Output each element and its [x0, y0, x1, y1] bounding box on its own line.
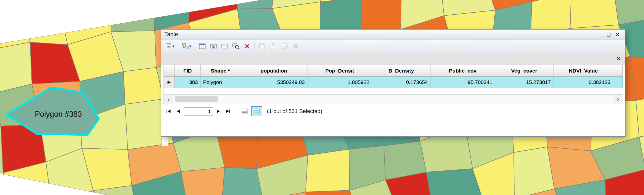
next-record-button[interactable] [214, 107, 223, 115]
map-polygon[interactable] [52, 0, 111, 6]
related-tables-button[interactable]: ▾ [181, 41, 192, 51]
column-header-population[interactable]: population [240, 65, 308, 76]
last-record-icon [226, 108, 231, 114]
window-title: Table [164, 31, 604, 38]
table-empty-area [164, 88, 622, 94]
column-header-shape[interactable]: Shape * [200, 65, 240, 76]
show-selected-records-button[interactable] [251, 106, 262, 116]
previous-record-icon [176, 108, 181, 114]
cell-veg-cover[interactable]: 15.273817 [495, 76, 554, 88]
cell-shape[interactable]: Polygon [200, 76, 240, 88]
show-all-records-icon [241, 108, 248, 115]
table-tab[interactable] [162, 136, 168, 146]
clear-selection-button[interactable] [220, 41, 230, 51]
previous-record-button[interactable] [174, 107, 182, 115]
horizontal-scrollbar[interactable]: ‹ › [164, 94, 622, 104]
close-table-button[interactable]: ✕ [616, 56, 621, 62]
titlebar[interactable]: Table □ ✕ [161, 30, 625, 40]
copy-selected-button[interactable] [257, 41, 267, 51]
cell-pop-densit[interactable]: 1.805922 [308, 76, 372, 88]
current-record-pointer-icon: ▶ [168, 80, 171, 85]
table-toolbar: ▾ ▾ [161, 40, 625, 53]
cell-public-cov[interactable]: 95.700241 [430, 76, 495, 88]
column-header-ndvi-value[interactable]: NDVI_Value [554, 65, 613, 76]
row-selector-cell[interactable]: ▶ [164, 76, 175, 88]
field-calculator-button[interactable] [280, 41, 290, 51]
field-calculator-icon [281, 42, 288, 50]
scroll-left-button[interactable]: ‹ [164, 95, 173, 104]
selection-status-text: (1 out of 531 Selected) [267, 108, 322, 114]
cell-population[interactable]: 5350249.03 [240, 76, 308, 88]
first-record-button[interactable] [164, 107, 173, 115]
attribute-table: FID Shape * population Pop_Densit B_Dens… [164, 65, 623, 104]
next-record-icon [216, 108, 221, 114]
table-options-button[interactable]: ▾ [164, 41, 176, 51]
cell-overflow [613, 76, 622, 88]
cell-fid[interactable]: 383 [175, 76, 200, 88]
zoom-to-selected-icon [232, 42, 240, 50]
column-header-fid[interactable]: FID [175, 65, 200, 76]
delete-records-icon [292, 42, 300, 50]
restore-button[interactable]: □ [604, 30, 613, 38]
map-polygon[interactable] [120, 66, 164, 106]
table-options-icon [165, 42, 172, 50]
show-all-records-button[interactable] [239, 106, 250, 116]
show-selected-records-icon [253, 108, 260, 115]
scrollbar-thumb[interactable] [175, 96, 218, 102]
toolbar-separator [178, 42, 178, 50]
table-row[interactable]: ▶ 383 Polygon 5350249.03 1.805922 0.1736… [164, 76, 622, 88]
copy-selected-icon [258, 42, 266, 50]
table-tabstrip: ✕ [161, 53, 625, 65]
column-header-pop-densit[interactable]: Pop_Densit [308, 65, 372, 76]
related-tables-icon [182, 42, 189, 50]
scroll-right-button[interactable]: › [613, 95, 622, 104]
first-record-icon [166, 108, 171, 114]
dropdown-arrow-icon: ▾ [172, 44, 174, 48]
column-header-veg-cover[interactable]: Veg_cover [495, 65, 554, 76]
switch-selection-icon [210, 42, 217, 50]
cell-ndvi-value[interactable]: 0.382123 [554, 76, 613, 88]
row-selector-header[interactable] [164, 65, 175, 76]
map-label: Polygon #383 [35, 110, 82, 118]
column-header-public-cov[interactable]: Public_cov [430, 65, 495, 76]
table-window: Table □ ✕ ▾ ▾ [161, 29, 625, 136]
map-polygon[interactable] [12, 0, 59, 12]
zoom-to-selected-button[interactable] [231, 41, 241, 51]
last-record-button[interactable] [224, 107, 232, 115]
toolbar-separator [254, 42, 255, 50]
column-header-overflow [613, 65, 622, 76]
toolbar-separator [194, 42, 195, 50]
switch-selection-button[interactable] [208, 41, 218, 51]
select-by-attributes-icon [198, 42, 206, 50]
paste-records-button[interactable] [268, 41, 278, 51]
cell-b-density[interactable]: 0.173654 [372, 76, 430, 88]
scrollbar-track[interactable] [173, 95, 613, 104]
delete-records-button[interactable] [291, 41, 301, 51]
clear-selection-icon [221, 42, 228, 50]
map-polygon[interactable] [0, 0, 22, 18]
application-window: Polygon #383 Table □ ✕ ▾ [0, 0, 644, 195]
map-polygon[interactable] [507, 147, 555, 195]
close-button[interactable]: ✕ [613, 30, 622, 38]
paste-records-icon [270, 42, 277, 50]
map-polygon[interactable] [300, 148, 356, 195]
record-number-input[interactable] [184, 107, 213, 116]
delete-selected-button[interactable] [242, 41, 252, 51]
record-navigation-bar: (1 out of 531 Selected) [161, 104, 625, 118]
table-header-row: FID Shape * population Pop_Densit B_Dens… [164, 65, 622, 76]
column-header-b-density[interactable]: B_Density [372, 65, 430, 76]
delete-selected-icon [243, 42, 251, 50]
dropdown-arrow-icon: ▾ [190, 44, 192, 48]
select-by-attributes-button[interactable] [197, 41, 207, 51]
recnav-separator [236, 107, 236, 116]
